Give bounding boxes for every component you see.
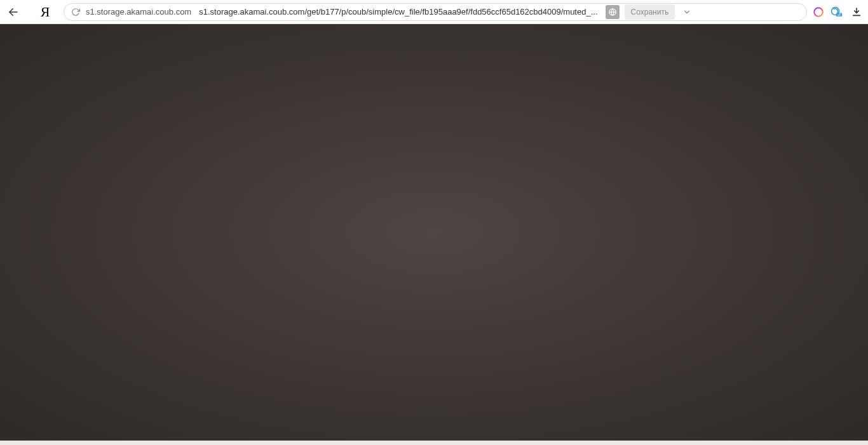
extension-alice-button[interactable]	[812, 6, 825, 18]
reload-icon	[71, 8, 80, 17]
chevron-down-icon	[682, 8, 691, 17]
downloads-button[interactable]	[850, 6, 863, 18]
url-domain: s1.storage.akamai.coub.com	[86, 7, 191, 17]
translate-icon	[608, 8, 617, 17]
url-path: s1.storage.akamai.coub.com/get/b177/p/co…	[199, 7, 597, 17]
save-button-label: Сохранить	[631, 8, 669, 17]
save-dropdown-button[interactable]	[680, 5, 694, 19]
svg-point-3	[814, 8, 823, 17]
yandex-logo[interactable]: Я	[37, 4, 53, 20]
video-content-area[interactable]	[0, 24, 868, 441]
save-button[interactable]: Сохранить	[625, 4, 675, 20]
address-bar[interactable]: s1.storage.akamai.coub.com s1.storage.ak…	[64, 3, 807, 21]
translate-button[interactable]	[606, 5, 620, 19]
back-button[interactable]	[5, 4, 22, 20]
download-icon	[851, 7, 862, 17]
arrow-left-icon	[8, 6, 19, 18]
taskbar-edge	[0, 441, 868, 445]
browser-toolbar: Я s1.storage.akamai.coub.com s1.storage.…	[0, 0, 868, 24]
extension-adblock-button[interactable]: off	[830, 6, 843, 18]
reload-button[interactable]	[71, 7, 81, 17]
adblock-icon: off	[831, 6, 842, 18]
svg-text:off: off	[837, 13, 841, 16]
alice-icon	[813, 6, 824, 18]
